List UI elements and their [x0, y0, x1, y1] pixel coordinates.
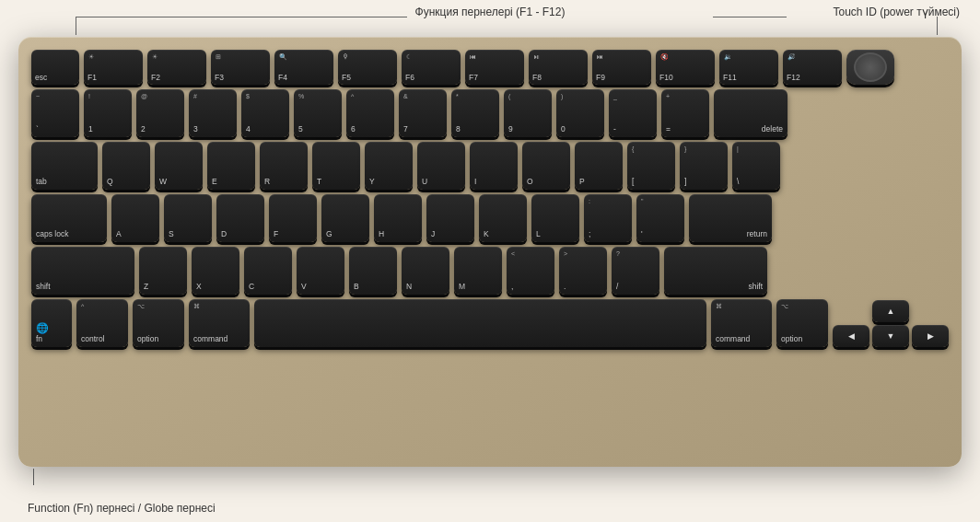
key-h[interactable]: H: [374, 194, 422, 242]
key-spacebar[interactable]: [254, 299, 706, 347]
fn-keys-text: Функция пернелері (F1 - F12): [415, 6, 566, 18]
key-shift-right[interactable]: shift: [664, 247, 767, 295]
globe-fn-label: Function (Fn) пернесі / Globe пернесі: [28, 502, 216, 515]
key-f5[interactable]: 🎙 F5: [338, 50, 397, 85]
key-tab[interactable]: tab: [31, 142, 98, 190]
key-q[interactable]: Q: [102, 142, 150, 190]
key-7[interactable]: & 7: [399, 89, 447, 137]
key-shift-left[interactable]: shift: [31, 247, 134, 295]
key-f11[interactable]: 🔉 F11: [719, 50, 778, 85]
key-g[interactable]: G: [321, 194, 369, 242]
key-backslash[interactable]: | \: [732, 142, 780, 190]
key-backtick[interactable]: ~ `: [31, 89, 79, 137]
fn-bracket-line-right: [713, 17, 787, 17]
key-f10[interactable]: 🔇 F10: [656, 50, 715, 85]
key-t[interactable]: T: [312, 142, 360, 190]
key-f9[interactable]: ⏭ F9: [592, 50, 651, 85]
key-slash[interactable]: ? /: [612, 247, 659, 295]
fn-keys-label: Функция пернелері (F1 - F12): [415, 6, 566, 18]
key-e[interactable]: E: [207, 142, 255, 190]
key-rbracket[interactable]: } ]: [680, 142, 728, 190]
key-quote[interactable]: " ': [636, 194, 684, 242]
key-f3[interactable]: ⊞ F3: [211, 50, 270, 85]
key-5[interactable]: % 5: [294, 89, 342, 137]
touch-id-text: Touch ID (power түймесі): [834, 6, 961, 18]
key-6[interactable]: ^ 6: [346, 89, 394, 137]
modifier-key-row: 🌐 fn ^ control ⌥ option ⌘ command ⌘ comm…: [31, 299, 949, 347]
key-f8[interactable]: ⏯ F8: [529, 50, 588, 85]
fn-bracket-line-left: [76, 17, 407, 17]
key-4[interactable]: $ 4: [241, 89, 289, 137]
key-command-right[interactable]: ⌘ command: [711, 299, 772, 347]
key-esc-label: esc: [35, 74, 47, 82]
key-x[interactable]: X: [192, 247, 239, 295]
key-f7[interactable]: ⏮ F7: [465, 50, 524, 85]
key-option-left[interactable]: ⌥ option: [133, 299, 184, 347]
shift-key-row: shift Z X C V B N M < , > . ? / shift: [31, 247, 949, 295]
key-lbracket[interactable]: { [: [627, 142, 675, 190]
key-period[interactable]: > .: [559, 247, 607, 295]
touch-id-bracket-vert: [937, 17, 938, 35]
key-r[interactable]: R: [260, 142, 308, 190]
key-v[interactable]: V: [297, 247, 344, 295]
key-j[interactable]: J: [426, 194, 474, 242]
key-option-right[interactable]: ⌥ option: [776, 299, 828, 347]
key-w[interactable]: W: [155, 142, 203, 190]
key-3[interactable]: # 3: [189, 89, 237, 137]
key-u[interactable]: U: [417, 142, 465, 190]
key-arrow-left[interactable]: ◀: [833, 325, 869, 347]
key-l[interactable]: L: [531, 194, 579, 242]
key-touch-id[interactable]: [846, 50, 894, 85]
key-command-left[interactable]: ⌘ command: [189, 299, 250, 347]
key-y[interactable]: Y: [365, 142, 413, 190]
key-equals[interactable]: + =: [661, 89, 709, 137]
key-p[interactable]: P: [575, 142, 623, 190]
key-return[interactable]: return: [689, 194, 772, 242]
key-o[interactable]: O: [522, 142, 570, 190]
tab-key-row: tab Q W E R T Y U I O P { [ } ] | \: [31, 142, 949, 190]
key-f1[interactable]: ☀ F1: [84, 50, 143, 85]
key-arrow-up[interactable]: ▲: [872, 300, 909, 322]
num-key-row: ~ ` ! 1 @ 2 # 3 $ 4 % 5 ^ 6 & 7: [31, 89, 949, 137]
key-k[interactable]: K: [479, 194, 527, 242]
touch-id-sensor: [854, 52, 887, 82]
key-9[interactable]: ( 9: [504, 89, 552, 137]
caps-key-row: caps lock A S D F G H J K L : ; " ' retu…: [31, 194, 949, 242]
key-minus[interactable]: _ -: [609, 89, 657, 137]
key-control[interactable]: ^ control: [76, 299, 128, 347]
key-i[interactable]: I: [470, 142, 518, 190]
arrow-key-cluster: ▲ ◀ ▼ ▶: [833, 300, 949, 347]
key-fn[interactable]: 🌐 fn: [31, 299, 72, 347]
key-b[interactable]: B: [349, 247, 397, 295]
fn-bracket-vert-left: [76, 17, 76, 35]
key-z[interactable]: Z: [139, 247, 187, 295]
key-semicolon[interactable]: : ;: [584, 194, 632, 242]
key-s[interactable]: S: [164, 194, 212, 242]
key-f12[interactable]: 🔊 F12: [783, 50, 842, 85]
key-8[interactable]: * 8: [451, 89, 499, 137]
key-arrow-right[interactable]: ▶: [912, 325, 949, 347]
key-f2[interactable]: ☀ F2: [147, 50, 206, 85]
key-d[interactable]: D: [216, 194, 264, 242]
key-f4[interactable]: 🔍 F4: [274, 50, 333, 85]
fn-key-row: esc ☀ F1 ☀ F2 ⊞ F3 🔍 F4 🎙 F5 ☾ F6 ⏮ F7: [31, 50, 949, 85]
key-comma[interactable]: < ,: [507, 247, 554, 295]
key-arrow-down[interactable]: ▼: [872, 325, 909, 347]
globe-fn-text: Function (Fn) пернесі / Globe пернесі: [28, 502, 216, 515]
key-n[interactable]: N: [402, 247, 449, 295]
key-0[interactable]: ) 0: [556, 89, 604, 137]
key-esc[interactable]: esc: [31, 50, 79, 85]
key-c[interactable]: C: [244, 247, 292, 295]
touch-id-label: Touch ID (power түймесі): [834, 6, 961, 18]
key-2[interactable]: @ 2: [136, 89, 184, 137]
globe-connector-line: [33, 469, 34, 485]
key-m[interactable]: M: [454, 247, 502, 295]
key-delete[interactable]: delete: [714, 89, 788, 137]
key-f6[interactable]: ☾ F6: [402, 50, 461, 85]
key-a[interactable]: A: [111, 194, 159, 242]
keyboard: esc ☀ F1 ☀ F2 ⊞ F3 🔍 F4 🎙 F5 ☾ F6 ⏮ F7: [18, 37, 962, 467]
key-1[interactable]: ! 1: [84, 89, 132, 137]
key-capslock[interactable]: caps lock: [31, 194, 107, 242]
key-f[interactable]: F: [269, 194, 317, 242]
